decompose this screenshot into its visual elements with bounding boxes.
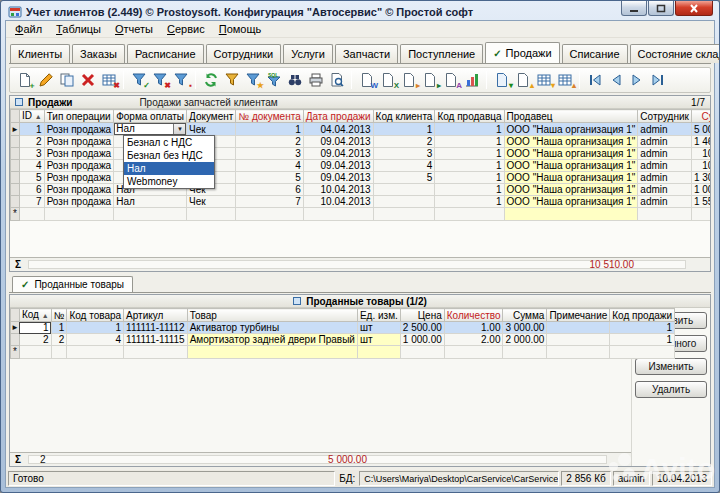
edit-button[interactable]: Изменить bbox=[635, 358, 707, 375]
db-path: C:\Users\Mariya\Desktop\CarService\CarSe… bbox=[359, 471, 559, 486]
sql-filter-icon[interactable]: SQL bbox=[263, 70, 284, 91]
print-preview-icon[interactable] bbox=[326, 70, 347, 91]
nav-first-icon[interactable] bbox=[584, 70, 605, 91]
active-table-check-icon: ✓ bbox=[21, 279, 29, 290]
current-user: admin bbox=[613, 471, 650, 486]
export-excel-icon[interactable]: X bbox=[377, 70, 398, 91]
menu-file[interactable]: Файл bbox=[9, 22, 48, 36]
payment-editor-cell[interactable]: Нал▼ bbox=[114, 123, 187, 136]
filter-apply-icon[interactable]: ✓ bbox=[128, 70, 149, 91]
tab-stock[interactable]: Состояние склада bbox=[630, 44, 720, 63]
tab-employees[interactable]: Сотрудники bbox=[206, 44, 282, 63]
sales-grid-area: ID ▲ Тип операции Форма оплаты Документ … bbox=[10, 109, 710, 257]
nav-last-icon[interactable] bbox=[647, 70, 668, 91]
refresh-icon[interactable] bbox=[200, 70, 221, 91]
sales-caption: Продажи bbox=[28, 97, 72, 108]
tab-sold-goods[interactable]: ✓ Проданные товары bbox=[12, 276, 133, 292]
export-table-icon[interactable]: ▴ bbox=[554, 70, 575, 91]
db-label: БД: bbox=[337, 471, 357, 486]
sales-row[interactable]: 6 Розн продажа Нал Чек 6 10.04.2013 1 ОО… bbox=[11, 184, 711, 196]
sales-row-selected[interactable]: ► 1 Розн продажа Нал▼ Чек 1 04.04.2013 1… bbox=[11, 123, 711, 136]
current-cell[interactable]: 1 bbox=[19, 322, 51, 334]
panel-icon bbox=[15, 98, 23, 106]
current-date: 10.04.2013 bbox=[652, 471, 712, 486]
app-icon bbox=[8, 5, 22, 19]
minimize-button[interactable] bbox=[621, 1, 647, 16]
menu-tables[interactable]: Таблицы bbox=[50, 22, 107, 36]
export-word-icon[interactable]: W bbox=[356, 70, 377, 91]
sales-row[interactable]: 3 Розн продажа Чек 3 09.04.2013 3 1 ООО … bbox=[11, 148, 711, 160]
toolbar: ＋ ✖ ✓ ✖ ▪ ★ SQL W X ▸ ▸ A ▾ ▴ bbox=[9, 67, 711, 93]
tab-orders[interactable]: Заказы bbox=[72, 44, 125, 63]
sales-row[interactable]: 2 Розн продажа Чек 2 09.04.2013 2 1 ООО … bbox=[11, 136, 711, 148]
filter-clear-icon[interactable]: ✖ bbox=[149, 70, 170, 91]
delete-multiple-icon[interactable]: ✖ bbox=[98, 70, 119, 91]
sold-panel-caption: Проданные товары (1/2) bbox=[10, 295, 710, 308]
window-title: Учет клиентов (2.449) © Prostoysoft. Кон… bbox=[26, 6, 617, 18]
tab-underline bbox=[9, 63, 711, 64]
new-row-marker-icon: * bbox=[13, 346, 17, 357]
import-record-icon[interactable]: ▾ bbox=[491, 70, 512, 91]
dropdown-option[interactable]: Webmoney bbox=[124, 175, 214, 188]
tab-schedule[interactable]: Расписание bbox=[127, 44, 204, 63]
sales-subtitle: Продажи запчастей клиентам bbox=[139, 97, 277, 108]
sold-new-row[interactable]: * bbox=[11, 346, 675, 359]
sales-new-row[interactable]: * bbox=[11, 208, 711, 221]
delete-record-icon[interactable] bbox=[77, 70, 98, 91]
export-access-icon[interactable]: A bbox=[440, 70, 461, 91]
dropdown-option[interactable]: Безнал без НДС bbox=[124, 149, 214, 162]
menu-service[interactable]: Сервис bbox=[161, 22, 211, 36]
sold-grid: Код ▲ № Код товара Артикул Товар Ед. изм… bbox=[10, 308, 675, 359]
title-bar[interactable]: Учет клиентов (2.449) © Prostoysoft. Кон… bbox=[5, 1, 715, 20]
sold-header-row: Код ▲ № Код товара Артикул Товар Ед. изм… bbox=[11, 309, 675, 322]
filter-by-selection-icon[interactable]: ▪ bbox=[170, 70, 191, 91]
import-table-icon[interactable]: ▾ bbox=[533, 70, 554, 91]
tab-underline bbox=[9, 292, 711, 293]
status-ready: Готово bbox=[8, 471, 335, 486]
export-html-icon[interactable]: ▸ bbox=[398, 70, 419, 91]
menu-bar: Файл Таблицы Отчеты Сервис Помощь bbox=[6, 21, 714, 38]
current-row-marker-icon: ► bbox=[11, 125, 19, 134]
export-text-icon[interactable]: ▸ bbox=[419, 70, 440, 91]
panel-icon bbox=[293, 297, 301, 305]
payment-dropdown-list: Безнал с НДС Безнал без НДС Нал Webmoney bbox=[123, 135, 215, 189]
sort-asc-icon: ▲ bbox=[42, 312, 49, 319]
close-button[interactable] bbox=[675, 1, 713, 16]
delete-button[interactable]: Удалить bbox=[635, 381, 707, 398]
chart-icon[interactable] bbox=[461, 70, 482, 91]
nav-prev-icon[interactable] bbox=[605, 70, 626, 91]
sales-row[interactable]: 4 Розн продажа Чек 4 09.04.2013 4 1 ООО … bbox=[11, 160, 711, 172]
menu-help[interactable]: Помощь bbox=[213, 22, 268, 36]
tab-sales[interactable]: ✓Продажи bbox=[485, 42, 559, 63]
maximize-button[interactable] bbox=[648, 1, 674, 16]
dropdown-option-selected[interactable]: Нал bbox=[124, 162, 214, 175]
tab-parts[interactable]: Запчасти bbox=[335, 44, 398, 63]
copy-record-icon[interactable] bbox=[56, 70, 77, 91]
page-indicator: 1/7 bbox=[691, 97, 705, 108]
tab-services[interactable]: Услуги bbox=[283, 44, 333, 63]
export-record-icon[interactable]: ▴ bbox=[512, 70, 533, 91]
tab-receipts[interactable]: Поступление bbox=[400, 44, 483, 63]
search-icon[interactable] bbox=[284, 70, 305, 91]
chevron-down-icon: ▼ bbox=[177, 124, 183, 135]
sold-row-selected[interactable]: ► 1 1 1 111111-11112 Активатор турбины ш… bbox=[11, 322, 675, 334]
edit-record-icon[interactable] bbox=[35, 70, 56, 91]
menu-reports[interactable]: Отчеты bbox=[109, 22, 159, 36]
tab-writeoff[interactable]: Списание bbox=[562, 44, 628, 63]
combo-dropdown-button[interactable]: ▼ bbox=[173, 123, 186, 135]
active-table-check-icon: ✓ bbox=[493, 48, 501, 59]
nav-next-icon[interactable] bbox=[626, 70, 647, 91]
tab-clients[interactable]: Клиенты bbox=[10, 44, 70, 63]
sales-row[interactable]: 5 Розн продажа Чек 5 09.04.2013 5 1 ООО … bbox=[11, 172, 711, 184]
sales-grid: ID ▲ Тип операции Форма оплаты Документ … bbox=[10, 109, 710, 221]
print-icon[interactable] bbox=[305, 70, 326, 91]
sort-icon[interactable] bbox=[221, 70, 242, 91]
sold-goods-panel: Проданные товары (1/2) Код ▲ № bbox=[9, 294, 711, 467]
sales-panel-caption: Продажи Продажи запчастей клиентам 1/7 bbox=[10, 96, 710, 109]
sold-row[interactable]: 2 2 4 111111-11115 Амортизатор задней дв… bbox=[11, 334, 675, 346]
dropdown-option[interactable]: Безнал с НДС bbox=[124, 136, 214, 149]
filter-field-icon[interactable]: ★ bbox=[242, 70, 263, 91]
sales-row[interactable]: 7 Розн продажа Нал Чек 7 10.04.2013 1 ОО… bbox=[11, 196, 711, 208]
toolbar-separator bbox=[579, 71, 580, 89]
add-record-icon[interactable]: ＋ bbox=[14, 70, 35, 91]
